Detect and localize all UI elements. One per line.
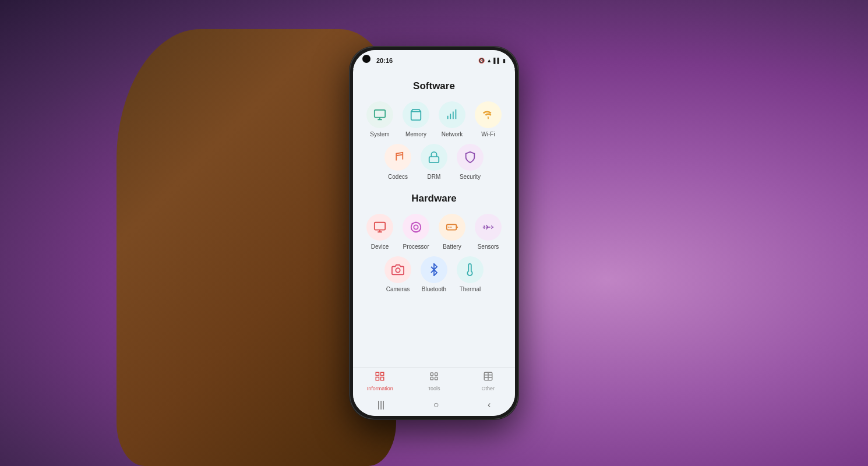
- thermal-item[interactable]: Thermal: [453, 256, 487, 293]
- section-divider: [353, 186, 515, 187]
- drm-label: DRM: [428, 174, 441, 181]
- processor-item[interactable]: Processor: [399, 214, 433, 250]
- svg-rect-6: [429, 157, 439, 163]
- svg-rect-0: [375, 110, 385, 118]
- wifi-item[interactable]: Wi-Fi: [471, 101, 505, 138]
- codecs-icon: [384, 144, 411, 171]
- software-row2: Codecs DRM: [353, 144, 515, 181]
- svg-rect-24: [431, 377, 433, 380]
- svg-point-8: [414, 225, 418, 229]
- information-nav-icon: [375, 371, 385, 384]
- mute-icon: 🔇: [478, 58, 485, 63]
- svg-point-18: [396, 268, 400, 272]
- battery-status-icon: ▮: [503, 58, 506, 63]
- codecs-label: Codecs: [388, 174, 408, 181]
- svg-line-12: [412, 223, 412, 224]
- svg-point-9: [411, 223, 421, 232]
- svg-rect-20: [381, 372, 384, 375]
- hardware-row2: Cameras Bluetooth: [353, 256, 515, 293]
- system-label: System: [370, 131, 389, 138]
- svg-line-13: [419, 231, 420, 231]
- svg-rect-25: [435, 373, 437, 376]
- nav-other[interactable]: Other: [471, 371, 506, 391]
- codecs-item[interactable]: Codecs: [381, 144, 415, 181]
- home-button[interactable]: ○: [433, 400, 439, 410]
- sensors-item[interactable]: Sensors: [471, 214, 505, 250]
- system-icon: [366, 101, 393, 128]
- phone-outer: 20:16 🔇 ▲ ▌▌ ▮ Software: [350, 47, 518, 419]
- bottom-spacer: [353, 299, 515, 305]
- device-item[interactable]: Device: [363, 214, 397, 250]
- back-button[interactable]: ‹: [488, 400, 491, 410]
- svg-rect-21: [381, 377, 384, 380]
- processor-icon: [403, 214, 429, 241]
- memory-item[interactable]: Memory: [399, 101, 433, 138]
- bottom-nav: Information Tools: [353, 367, 515, 396]
- processor-label: Processor: [403, 243, 429, 250]
- hardware-section-title: Hardware: [353, 193, 515, 204]
- security-label: Security: [460, 174, 481, 181]
- phone-wrapper: 20:16 🔇 ▲ ▌▌ ▮ Software: [350, 47, 518, 419]
- bluetooth-item[interactable]: Bluetooth: [417, 256, 451, 293]
- thermal-icon: [457, 256, 484, 283]
- other-nav-label: Other: [481, 386, 495, 391]
- svg-rect-22: [376, 377, 379, 380]
- other-nav-icon: [483, 371, 493, 384]
- wifi-status-icon: ▲: [486, 58, 492, 63]
- svg-rect-23: [431, 373, 433, 376]
- camera-punch-hole: [362, 55, 371, 63]
- network-label: Network: [442, 131, 463, 138]
- status-bar: 20:16 🔇 ▲ ▌▌ ▮: [353, 50, 515, 69]
- status-time: 20:16: [376, 57, 393, 64]
- battery-icon: [439, 214, 465, 241]
- memory-icon: [403, 101, 429, 128]
- drm-icon: [421, 144, 447, 171]
- device-icon: [366, 214, 393, 241]
- svg-rect-26: [435, 377, 437, 380]
- cameras-icon: [384, 256, 411, 283]
- sensors-label: Sensors: [478, 243, 499, 250]
- battery-item[interactable]: Battery: [435, 214, 469, 250]
- cameras-item[interactable]: Cameras: [381, 256, 415, 293]
- wifi-icon: [475, 101, 502, 128]
- hardware-icon-grid: Device Proces: [353, 214, 515, 250]
- system-item[interactable]: System: [363, 101, 397, 138]
- thermal-label: Thermal: [460, 286, 481, 293]
- system-nav: ||| ○ ‹: [353, 396, 515, 416]
- information-nav-label: Information: [367, 386, 393, 391]
- wifi-label: Wi-Fi: [481, 131, 495, 138]
- nav-tools[interactable]: Tools: [417, 371, 451, 391]
- tools-nav-icon: [429, 371, 439, 384]
- tools-nav-label: Tools: [428, 386, 440, 391]
- svg-rect-7: [375, 223, 385, 230]
- signal-status-icon: ▌▌: [493, 58, 501, 63]
- cameras-label: Cameras: [386, 286, 410, 293]
- memory-label: Memory: [405, 131, 426, 138]
- device-label: Device: [371, 243, 389, 250]
- network-item[interactable]: Network: [435, 101, 469, 138]
- software-section-title: Software: [353, 80, 515, 92]
- nav-information[interactable]: Information: [362, 371, 397, 391]
- bluetooth-icon: [421, 256, 447, 283]
- network-icon: [439, 101, 465, 128]
- software-icon-grid: System Memory: [353, 101, 515, 138]
- status-icons: 🔇 ▲ ▌▌ ▮: [478, 58, 506, 63]
- security-item[interactable]: Security: [453, 144, 487, 181]
- app-content: Software System: [353, 69, 515, 367]
- recents-button[interactable]: |||: [377, 400, 384, 410]
- drm-item[interactable]: DRM: [417, 144, 451, 181]
- security-icon: [457, 144, 484, 171]
- phone-screen: 20:16 🔇 ▲ ▌▌ ▮ Software: [353, 50, 515, 416]
- bluetooth-label: Bluetooth: [422, 286, 446, 293]
- sensors-icon: [475, 214, 502, 241]
- battery-label: Battery: [443, 243, 461, 250]
- svg-rect-19: [376, 372, 379, 375]
